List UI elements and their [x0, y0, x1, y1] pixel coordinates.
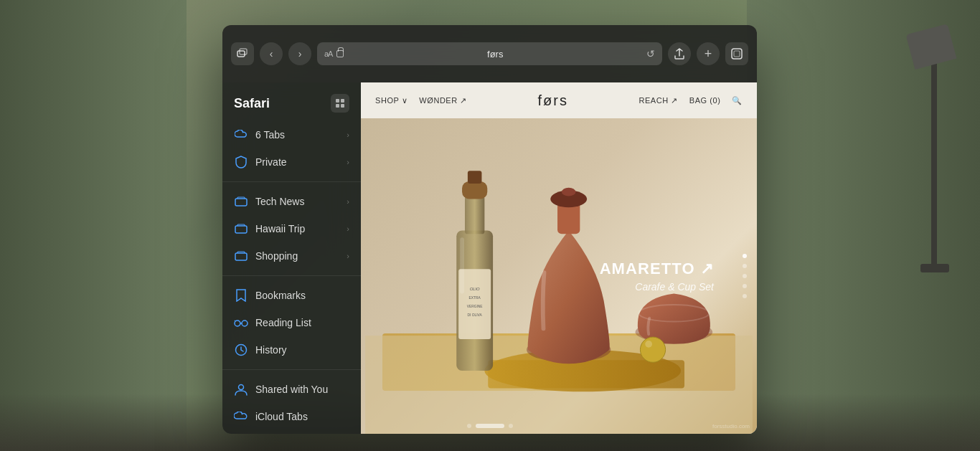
sidebar-item-bookmarks[interactable]: Bookmarks — [222, 282, 361, 309]
private-label: Private — [255, 156, 339, 168]
tab-dots — [467, 424, 513, 428]
svg-rect-10 — [235, 253, 247, 260]
chevron-right-icon: › — [347, 197, 349, 206]
search-icon[interactable]: 🔍 — [732, 96, 743, 105]
shared-with-you-label: Shared with You — [255, 384, 349, 395]
icloud-tabs-label: iCloud Tabs — [255, 411, 349, 422]
svg-text:OLIO: OLIO — [470, 287, 480, 291]
browser-toolbar: ‹ › aA førs ↺ + — [222, 25, 757, 82]
chevron-left-icon: ‹ — [270, 48, 273, 60]
tech-news-label: Tech News — [255, 196, 339, 207]
tab-overview-button[interactable] — [231, 42, 254, 65]
icloud-icon — [234, 409, 248, 424]
svg-rect-9 — [235, 226, 247, 233]
tab-dot-1 — [467, 424, 471, 428]
divider-2 — [222, 275, 361, 276]
sidebar-item-shared[interactable]: Shared with You — [222, 376, 361, 403]
sidebar-edit-button[interactable] — [331, 94, 349, 113]
chevron-right-icon: › — [298, 48, 302, 60]
svg-rect-0 — [237, 51, 245, 57]
bookmark-icon — [234, 288, 248, 303]
svg-rect-21 — [468, 171, 482, 184]
product-subtitle: Carafe & Cup Set — [600, 281, 714, 293]
photo-credit: forsstudio.com — [712, 423, 750, 429]
svg-rect-1 — [240, 49, 247, 54]
sidebar-header: Safari — [222, 94, 361, 121]
svg-rect-5 — [341, 99, 344, 103]
sidebar-item-icloud-tabs[interactable]: iCloud Tabs — [222, 403, 361, 430]
svg-point-14 — [239, 385, 244, 390]
svg-point-11 — [235, 321, 240, 326]
sidebar-item-shopping[interactable]: Shopping › — [222, 242, 361, 270]
dot-2 — [743, 264, 747, 268]
hawaii-trip-label: Hawaii Trip — [255, 223, 339, 234]
person-icon — [234, 382, 248, 397]
plus-icon: + — [705, 47, 712, 60]
product-hero: OLIO EXTRA VERGINE DI OLIVA — [361, 118, 757, 434]
divider-3 — [222, 369, 361, 370]
shopping-label: Shopping — [255, 250, 339, 262]
browser-content: Safari 6 Tabs › — [222, 82, 757, 434]
svg-text:DI OLIVA: DI OLIVA — [468, 313, 483, 317]
divider-1 — [222, 181, 361, 182]
shield-icon — [234, 155, 248, 169]
sidebar-title: Safari — [234, 96, 270, 111]
nav-wonder[interactable]: WØNDER ↗ — [419, 96, 467, 105]
tabs-label: 6 Tabs — [255, 129, 339, 141]
address-bar[interactable]: aA førs ↺ — [317, 42, 662, 65]
slide-dots — [743, 254, 747, 298]
tabs-button[interactable] — [725, 42, 748, 65]
safari-sidebar: Safari 6 Tabs › — [222, 82, 361, 434]
nav-shop[interactable]: SHOP ∨ — [375, 96, 407, 105]
floor-lamp — [931, 57, 937, 272]
cloud-icon — [234, 128, 248, 142]
tab-group-icon — [234, 194, 248, 209]
tab-group-icon-3 — [234, 249, 248, 263]
fors-nav-right: REACH ↗ BAG (0) 🔍 — [639, 96, 743, 105]
svg-rect-6 — [336, 104, 339, 108]
nav-reach[interactable]: REACH ↗ — [639, 96, 677, 105]
sidebar-item-reading-list[interactable]: Reading List — [222, 309, 361, 336]
svg-text:VERGINE: VERGINE — [467, 305, 484, 308]
forward-button[interactable]: › — [288, 42, 311, 65]
sidebar-item-tabs[interactable]: 6 Tabs › — [222, 121, 361, 148]
svg-rect-3 — [734, 51, 740, 57]
glasses-icon — [234, 315, 248, 330]
svg-rect-7 — [341, 104, 344, 108]
history-label: History — [255, 344, 349, 356]
tab-dot-3 — [509, 424, 513, 428]
fors-nav-left: SHOP ∨ WØNDER ↗ — [375, 96, 467, 105]
sidebar-item-history[interactable]: History — [222, 336, 361, 364]
share-button[interactable] — [668, 42, 691, 65]
sidebar-item-hawaii-trip[interactable]: Hawaii Trip › — [222, 215, 361, 242]
browser-window: ‹ › aA førs ↺ + — [222, 25, 757, 434]
svg-point-31 — [562, 188, 576, 196]
dot-1 — [743, 254, 747, 258]
sidebar-item-tech-news[interactable]: Tech News › — [222, 188, 361, 215]
text-size-icon: aA — [324, 49, 332, 58]
svg-rect-20 — [462, 181, 487, 199]
webpage-area: SHOP ∨ WØNDER ↗ førs REACH ↗ BAG (0) 🔍 — [361, 82, 757, 434]
chevron-right-icon: › — [347, 252, 349, 260]
new-tab-button[interactable]: + — [697, 42, 720, 65]
back-button[interactable]: ‹ — [260, 42, 283, 65]
address-text: førs — [348, 49, 642, 60]
room-left-wall — [0, 0, 187, 451]
product-name: AMARETTO ↗ — [600, 260, 714, 278]
sidebar-item-private[interactable]: Private › — [222, 148, 361, 176]
chevron-right-icon: › — [347, 158, 349, 166]
dot-4 — [743, 284, 747, 288]
nav-bag[interactable]: BAG (0) — [689, 96, 721, 105]
dot-3 — [743, 274, 747, 278]
room-right-wall — [747, 0, 980, 451]
lock-icon — [336, 50, 344, 57]
dot-5 — [743, 294, 747, 298]
svg-point-12 — [242, 321, 248, 326]
svg-rect-17 — [488, 360, 684, 388]
svg-rect-8 — [235, 199, 247, 206]
fors-logo: førs — [481, 92, 625, 109]
tab-group-icon-2 — [234, 222, 248, 236]
svg-rect-2 — [732, 49, 742, 59]
reload-button[interactable]: ↺ — [646, 48, 655, 60]
bookmarks-label: Bookmarks — [255, 290, 349, 301]
